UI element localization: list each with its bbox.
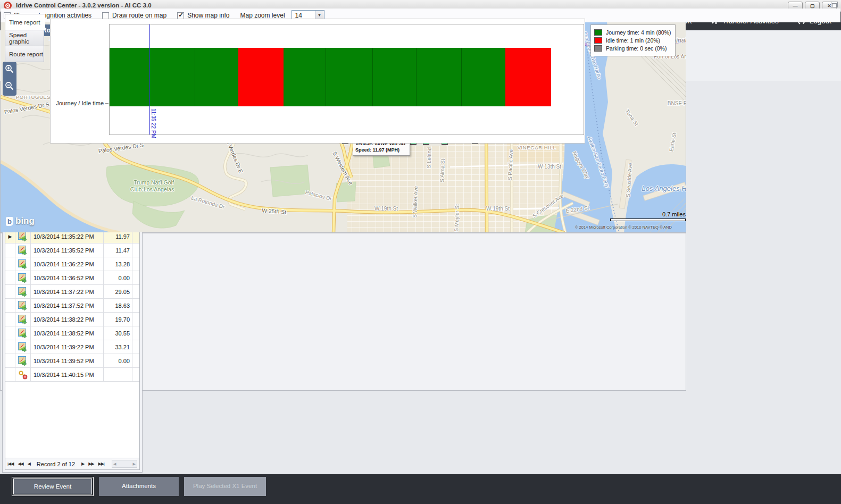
tab-time-report[interactable]: Time report <box>5 14 45 30</box>
legend-label: Journey time: 4 min (80%) <box>606 29 671 36</box>
gps-speed: 18.63 <box>104 299 132 312</box>
review-event-button[interactable]: Review Event <box>12 477 94 496</box>
first-record-button[interactable]: |◀◀ <box>7 461 13 466</box>
next-page-button[interactable]: ▶▶ <box>88 461 94 466</box>
play-selected-x1-event-button[interactable]: Play Selected X1 Event <box>184 477 266 496</box>
gps-row[interactable]: 10/3/2014 11:36:22 PM13.28 <box>5 257 139 271</box>
row-marker <box>5 285 15 298</box>
map-label: S Pacific Ave <box>507 149 514 180</box>
gps-row[interactable]: 10/3/2014 11:38:52 PM30.55 <box>5 326 139 340</box>
map-label: Palos Verdes Dr S <box>4 101 50 115</box>
gps-row[interactable]: 10/3/2014 11:39:22 PM33.21 <box>5 340 139 354</box>
map-zoom-controls <box>3 62 16 96</box>
gps-speed <box>104 368 132 381</box>
last-record-button[interactable]: ▶▶| <box>98 461 104 466</box>
gps-point-icon <box>15 285 31 298</box>
tab-speed-graphic[interactable]: Speed graphic <box>5 30 44 46</box>
prev-record-button[interactable]: ◀ <box>28 461 30 466</box>
prev-page-button[interactable]: ◀◀ <box>18 461 23 466</box>
idle-segment <box>238 48 284 106</box>
gps-datetime: 10/3/2014 11:39:22 PM <box>31 340 104 354</box>
next-record-button[interactable]: ▶ <box>81 461 84 466</box>
row-marker <box>5 271 15 284</box>
checkbox-icon[interactable] <box>102 12 109 19</box>
map-label: Los Angeles Harb <box>642 184 686 192</box>
gps-speed: 19.70 <box>104 313 132 326</box>
legend-label: Idle time: 1 min (20%) <box>606 37 660 44</box>
zoom-in-button[interactable] <box>4 64 15 77</box>
sample-tick <box>461 48 462 106</box>
checkbox-checked-icon[interactable] <box>177 12 184 19</box>
map-scale-bar <box>610 219 686 221</box>
gps-list-table: Date / hour (local) Speed (MPH) 10/3/201… <box>5 195 140 470</box>
gps-datetime: 10/3/2014 11:36:52 PM <box>31 271 104 284</box>
tab-route-report[interactable]: Route report <box>5 46 44 62</box>
map-label: W 13th St <box>538 164 561 170</box>
gps-row[interactable]: 10/3/2014 11:37:52 PM18.63 <box>5 299 139 313</box>
gps-point-icon <box>15 354 31 367</box>
gps-datetime: 10/3/2014 11:38:22 PM <box>31 313 104 326</box>
map-label: Club-Los Angelas <box>130 186 174 192</box>
gps-datetime: 10/3/2014 11:39:52 PM <box>31 354 104 367</box>
map-label: W 19th St <box>374 206 398 212</box>
map-label: S Alma St <box>439 159 446 182</box>
sample-tick <box>416 48 417 106</box>
gps-row[interactable]: 10/3/2014 11:37:22 PM29.05 <box>5 285 139 299</box>
map-label: S Walker Ave <box>412 186 419 218</box>
row-marker <box>5 354 15 367</box>
sample-tick <box>195 48 195 106</box>
journey-segment <box>284 48 505 106</box>
bing-logo: b bing <box>6 216 35 226</box>
gps-point-icon <box>15 243 31 257</box>
legend-swatch <box>594 37 602 44</box>
gps-row[interactable]: 10/3/2014 11:38:22 PM19.70 <box>5 313 139 326</box>
row-marker <box>5 257 15 271</box>
gps-row[interactable]: 10/3/2014 11:35:52 PM11.47 <box>5 243 139 257</box>
time-cursor-label: 11:35:22 PM <box>151 108 156 138</box>
gps-record-nav: |◀◀ ◀◀ ◀ Record 2 of 12 ▶ ▶▶ ▶▶| ◀▶ <box>5 458 139 469</box>
time-report-chart: Journey / Idle time 11:35:22 PM <box>50 19 585 144</box>
map-label: W 25th St <box>262 207 287 215</box>
row-marker <box>5 368 15 381</box>
row-marker <box>5 243 15 257</box>
attachments-button[interactable]: Attachments <box>99 477 179 496</box>
map-label: Tuna St <box>624 108 639 127</box>
gps-datetime: 10/3/2014 11:36:22 PM <box>31 257 104 271</box>
map-label: S Leland <box>426 147 432 169</box>
h-scrollbar[interactable]: ◀▶ <box>112 460 137 468</box>
gps-point-icon <box>15 313 31 326</box>
time-cursor-line[interactable] <box>149 24 150 135</box>
gps-datetime: 10/3/2014 11:40:15 PM <box>31 368 104 381</box>
idle-segment <box>505 48 551 106</box>
gps-row[interactable]: 10/3/2014 11:40:15 PM <box>5 368 139 382</box>
checkbox-show-map-info[interactable]: Show map info <box>177 12 229 19</box>
gps-rows: 10/3/2014 11:34:52 PM▶10/3/2014 11:35:22… <box>5 216 139 382</box>
journey-idle-bar <box>110 48 551 106</box>
row-marker <box>5 299 15 312</box>
chart-plot-area: 11:35:22 PM <box>109 24 584 135</box>
panel-restore-icon[interactable] <box>831 2 838 7</box>
map-label: S Meyler St <box>453 204 460 232</box>
gps-speed: 11.47 <box>104 243 132 257</box>
map-label: Earle St <box>668 132 677 152</box>
sample-tick <box>326 48 326 106</box>
gps-speed: 33.21 <box>104 340 132 354</box>
legend-item: Parking time: 0 sec (0%) <box>594 45 672 52</box>
map-label: VINEGAR HILL <box>518 145 556 150</box>
gps-row[interactable]: 10/3/2014 11:36:52 PM0.00 <box>5 271 139 285</box>
gps-row[interactable]: 10/3/2014 11:39:52 PM0.00 <box>5 354 139 368</box>
chart-row-label: Journey / Idle time <box>54 100 104 106</box>
bing-b-icon: b <box>6 217 13 226</box>
gps-datetime: 10/3/2014 11:37:22 PM <box>31 285 104 298</box>
map-label: W 19th St <box>486 206 510 212</box>
gps-speed: 29.05 <box>104 285 132 298</box>
row-marker <box>5 340 15 354</box>
zoom-out-button[interactable] <box>4 81 15 94</box>
sample-tick <box>372 48 373 106</box>
gps-speed: 0.00 <box>104 354 132 367</box>
checkbox-draw-route[interactable]: Draw route on map <box>102 12 166 19</box>
journey-segment <box>110 48 238 106</box>
key-off-icon <box>15 368 31 381</box>
gps-point-icon <box>15 326 31 340</box>
legend-swatch <box>594 29 602 36</box>
